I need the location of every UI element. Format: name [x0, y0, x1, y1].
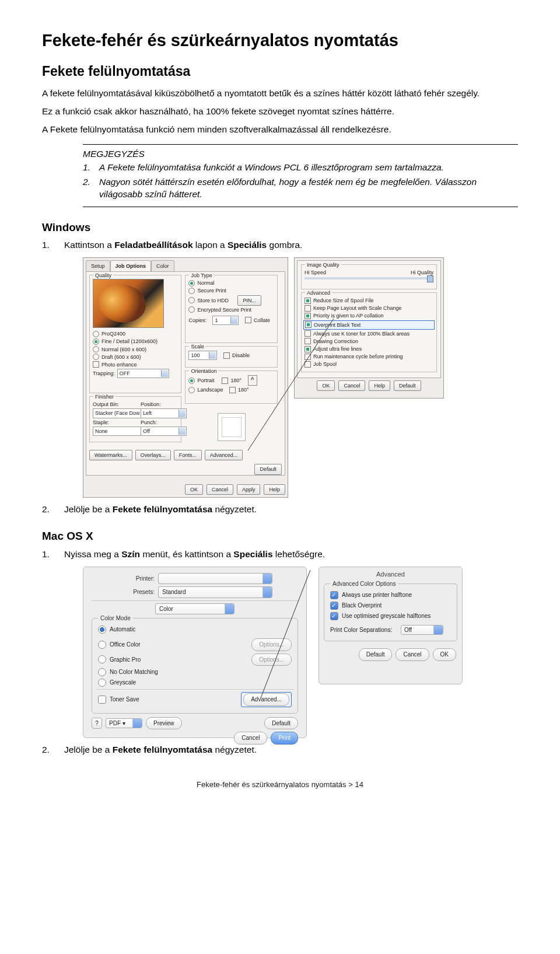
radio-proq[interactable] — [93, 331, 99, 337]
checkbox-black-overprint[interactable] — [330, 602, 338, 610]
note-text: A Fekete felülnyomtatása funkciót a Wind… — [99, 162, 444, 174]
radio-greyscale[interactable] — [98, 679, 106, 687]
checkbox-priority-ap[interactable] — [304, 313, 311, 319]
default-button[interactable]: Default — [264, 717, 298, 730]
select-position[interactable]: Left — [141, 408, 187, 418]
select-presets[interactable]: Standard — [158, 586, 272, 598]
help-icon[interactable]: ? — [92, 718, 102, 729]
help-button[interactable]: Help — [264, 484, 285, 495]
input-copies[interactable]: 1 — [212, 316, 239, 325]
help-button[interactable]: Help — [369, 380, 390, 391]
checkbox-printer-halftone[interactable] — [330, 591, 338, 599]
group-scale: Scale — [189, 343, 206, 350]
preview-button[interactable]: Preview — [146, 717, 182, 730]
group-image-quality: Image Quality — [305, 261, 341, 268]
radio-no-color-matching[interactable] — [98, 668, 106, 676]
list-number: 2. — [83, 176, 99, 201]
tab-setup[interactable]: Setup — [86, 260, 110, 271]
print-button[interactable]: Print — [271, 732, 298, 745]
group-finisher: Finisher — [93, 393, 116, 400]
options-office-button[interactable]: Options... — [251, 638, 292, 651]
cancel-button[interactable]: Cancel — [234, 732, 267, 745]
group-advanced: Advanced — [305, 289, 332, 296]
checkbox-toner-save[interactable] — [98, 696, 106, 704]
fonts-button[interactable]: Fonts... — [174, 450, 202, 460]
checkbox-photo-enhance[interactable] — [93, 361, 99, 368]
cancel-button[interactable]: Cancel — [396, 648, 429, 661]
ok-button[interactable]: OK — [185, 484, 203, 495]
default-button[interactable]: Default — [394, 380, 421, 391]
section-heading: Fekete felülnyomtatása — [42, 62, 518, 81]
ok-button[interactable]: OK — [433, 648, 456, 661]
list-number: 1. — [83, 162, 99, 174]
radio-fine[interactable] — [93, 338, 99, 345]
intro-paragraph: Ez a funkció csak akkor használható, ha … — [42, 106, 518, 118]
note-title: MEGJEGYZÉS — [83, 148, 518, 160]
checkbox-job-spool[interactable] — [304, 361, 311, 368]
checkbox-180b[interactable] — [229, 387, 236, 393]
pin-button[interactable]: PIN... — [237, 295, 261, 306]
radio-automatic[interactable] — [98, 625, 106, 634]
step-text: Kattintson a Feladatbeállítások lapon a … — [64, 239, 302, 251]
pdf-dropdown[interactable]: PDF ▾ — [106, 718, 142, 729]
mac-advanced-button[interactable]: Advanced... — [243, 693, 289, 706]
tab-job-options[interactable]: Job Options — [110, 260, 152, 271]
step: 2. Jelölje be a Fekete felülnyomtatása n… — [42, 504, 518, 516]
options-graphic-button[interactable]: Options... — [251, 654, 292, 666]
select-separations[interactable]: Off — [401, 625, 443, 635]
intro-paragraph: A fekete felülnyomtatásával kiküszöbölhe… — [42, 88, 518, 100]
select-panel-menu[interactable]: Color — [155, 603, 235, 615]
step-text: Nyissa meg a Szín menüt, és kattintson a… — [64, 548, 325, 561]
ok-button[interactable]: OK — [317, 380, 335, 391]
orientation-preview-icon: A — [248, 375, 257, 386]
radio-landscape[interactable] — [188, 387, 195, 393]
watermarks-button[interactable]: Watermarks... — [89, 450, 132, 460]
overlays-button[interactable]: Overlays... — [135, 450, 171, 460]
advanced-button[interactable]: Advanced... — [205, 450, 243, 460]
quality-slider[interactable] — [304, 277, 433, 279]
radio-normal[interactable] — [93, 346, 99, 352]
group-adv-color-options: Advanced Color Options — [330, 580, 398, 588]
step-number: 1. — [42, 548, 64, 561]
checkbox-k-toner[interactable] — [304, 330, 311, 337]
tab-color[interactable]: Color — [151, 260, 174, 271]
radio-secure-print[interactable] — [188, 288, 195, 294]
cancel-button[interactable]: Cancel — [206, 484, 233, 495]
radio-encrypted[interactable] — [188, 306, 195, 313]
default-button[interactable]: Default — [359, 648, 393, 661]
group-quality: Quality — [93, 272, 113, 279]
radio-graphic-pro[interactable] — [98, 655, 106, 663]
job-options-dialog: Setup Job Options Color Quality ProQ2400… — [83, 257, 288, 498]
radio-job-normal[interactable] — [188, 280, 195, 286]
checkbox-ultra-fine[interactable] — [304, 346, 311, 352]
select-punch[interactable]: Off — [141, 427, 187, 436]
select-printer[interactable] — [158, 573, 272, 585]
cancel-button[interactable]: Cancel — [338, 380, 365, 391]
radio-store-hdd[interactable] — [188, 297, 195, 303]
checkbox-collate[interactable] — [245, 317, 251, 323]
input-scale[interactable]: 100 — [188, 351, 217, 360]
checkbox-180a[interactable] — [222, 378, 228, 384]
checkbox-maintenance[interactable] — [304, 354, 311, 360]
radio-draft[interactable] — [93, 354, 99, 360]
checkbox-optimised-greyscale[interactable] — [330, 612, 338, 620]
step: 1. Nyissa meg a Szín menüt, és kattintso… — [42, 548, 518, 561]
page-footer: Fekete-fehér és szürkeárnyalatos nyomtat… — [42, 780, 518, 790]
checkbox-overprint-black[interactable] — [305, 322, 312, 328]
apply-button[interactable]: Apply — [237, 484, 261, 495]
radio-portrait[interactable] — [188, 378, 195, 384]
figure-windows-dialogs: Setup Job Options Color Quality ProQ2400… — [83, 257, 518, 498]
intro-paragraph: A Fekete felülnyomtatása funkció nem min… — [42, 124, 518, 136]
checkbox-disable-scale[interactable] — [223, 352, 230, 359]
checkbox-keep-layout[interactable] — [304, 305, 311, 312]
group-job-type: Job Type — [189, 272, 214, 279]
step: 1. Kattintson a Feladatbeállítások lapon… — [42, 239, 518, 251]
radio-office-color[interactable] — [98, 641, 106, 649]
select-trapping[interactable]: OFF — [117, 369, 169, 378]
step-number: 1. — [42, 239, 64, 251]
default-button[interactable]: Default — [254, 464, 282, 474]
group-color-mode: Color Mode — [98, 614, 133, 623]
note-text: Nagyon sötét háttérszín esetén előfordul… — [99, 176, 518, 201]
checkbox-drawing-correction[interactable] — [304, 338, 311, 344]
checkbox-reduce-spool[interactable] — [304, 298, 311, 304]
